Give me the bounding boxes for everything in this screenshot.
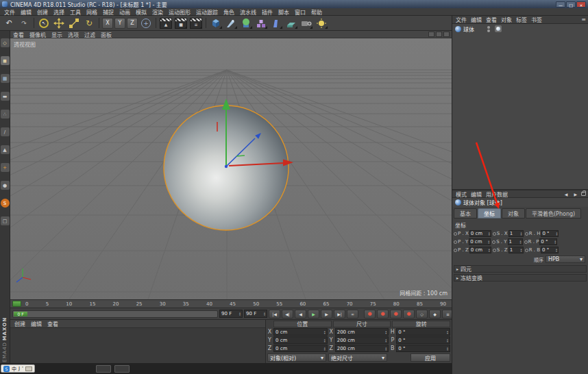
viewport-layout-icon[interactable] <box>428 32 434 37</box>
lock-icon[interactable] <box>581 192 586 196</box>
undo-button[interactable]: ↶ <box>2 17 16 29</box>
menubar-item[interactable]: 选择 <box>51 8 67 16</box>
previous-key-button[interactable]: ◀| <box>282 310 293 319</box>
previous-frame-button[interactable]: ◀ <box>295 310 306 319</box>
om-menu-view[interactable]: 查看 <box>484 16 499 23</box>
position-y-field[interactable]: 0 cm▴▾ <box>273 336 328 344</box>
ime-mode-toggle[interactable]: J <box>19 366 20 371</box>
power-slider[interactable]: 0 F <box>12 310 218 318</box>
lock-workplane-icon[interactable]: □ <box>1 216 10 225</box>
am-forward-icon[interactable]: ▶ <box>572 192 579 197</box>
om-filter-icon[interactable]: ≡ <box>579 16 588 23</box>
keyboard-icon[interactable] <box>25 366 32 371</box>
end-frame-field[interactable]: 90 F ▴▾ <box>219 310 243 318</box>
py-field[interactable]: 0 cm▴▾ <box>469 238 491 245</box>
viewport-menu-panel[interactable]: 面板 <box>98 31 114 38</box>
keyframe-dot[interactable] <box>493 249 496 252</box>
enable-axis-icon[interactable]: + <box>1 163 10 172</box>
edges-mode-icon[interactable]: / <box>1 127 10 136</box>
freeze-transform-section-header[interactable]: ▸ 冻结变换 <box>454 274 587 282</box>
close-button[interactable]: × <box>576 1 586 8</box>
menubar-item[interactable]: 捕捉 <box>100 8 117 16</box>
taskbar-item[interactable] <box>114 365 130 373</box>
rb-field[interactable]: 0 °▴▾ <box>541 247 559 253</box>
am-menu-mode[interactable]: 模式 <box>454 190 469 198</box>
polygons-mode-icon[interactable]: ▲ <box>1 145 10 154</box>
object-manager-list[interactable]: 球体 <box>452 24 588 190</box>
current-frame-field[interactable]: 90 F ▴▾ <box>244 310 267 318</box>
viewport-solo-icon[interactable]: ● <box>1 181 10 190</box>
visibility-toggles[interactable] <box>487 26 490 32</box>
z-axis-lock-button[interactable]: Z <box>127 18 138 29</box>
sz-field[interactable]: 1▴▾ <box>509 247 524 253</box>
points-mode-icon[interactable]: ∴ <box>1 110 10 119</box>
rotation-order-select[interactable]: HPB▾ <box>546 255 585 263</box>
viewport-maximize-icon[interactable] <box>443 32 450 37</box>
goto-start-button[interactable]: |◀ <box>269 310 280 319</box>
live-selection-button[interactable]: ↖ <box>37 17 51 29</box>
am-menu-edit[interactable]: 编辑 <box>469 190 484 198</box>
menubar-item[interactable]: 编辑 <box>18 8 34 16</box>
play-button[interactable]: ▶ <box>308 310 319 319</box>
deformer-button[interactable] <box>269 17 283 29</box>
ime-lang-toggle[interactable]: 中 <box>12 365 16 372</box>
record-keyframe-button[interactable]: ● <box>364 310 376 319</box>
viewport-menu-camera[interactable]: 摄像机 <box>27 31 49 38</box>
sx-field[interactable]: 1▴▾ <box>509 230 524 237</box>
sy-field[interactable]: 1▴▾ <box>508 238 523 245</box>
origin-point[interactable] <box>225 165 228 168</box>
scale-tool-button[interactable] <box>67 17 81 29</box>
material-menu-item[interactable]: 编辑 <box>28 320 45 327</box>
record-scale-button[interactable]: ● <box>403 310 415 319</box>
tab-coordinates[interactable]: 坐标 <box>478 208 501 219</box>
material-menu-item[interactable]: 查看 <box>45 320 61 327</box>
menubar-item[interactable]: 运动跟踪 <box>193 8 221 16</box>
rotate-tool-button[interactable]: ↻ <box>82 17 96 29</box>
material-menu-item[interactable]: 创建 <box>12 320 28 327</box>
menubar-item[interactable]: 角色 <box>221 8 237 16</box>
px-field[interactable]: 0 cm▴▾ <box>469 230 491 237</box>
minimize-button[interactable]: — <box>556 1 565 8</box>
rotation-b-field[interactable]: 0 °▴▾ <box>396 345 450 352</box>
rotation-h-field[interactable]: 0 °▴▾ <box>396 328 450 336</box>
size-z-field[interactable]: 200 cm▴▾ <box>335 345 389 352</box>
position-x-field[interactable]: 0 cm▴▾ <box>273 328 328 336</box>
menubar-item[interactable]: 文件 <box>1 8 18 16</box>
size-y-field[interactable]: 200 cm▴▾ <box>335 336 389 344</box>
perspective-viewport[interactable]: 透视视图 网格间距 : 100 cm <box>10 38 452 299</box>
subdivision-surface-button[interactable] <box>239 17 253 29</box>
spline-pen-button[interactable] <box>224 17 238 29</box>
om-menu-bookmarks[interactable]: 书签 <box>529 16 544 23</box>
menubar-item[interactable]: 动画 <box>117 8 133 16</box>
menubar-item[interactable]: 窗口 <box>292 8 308 16</box>
om-menu-tags[interactable]: 标签 <box>514 16 529 23</box>
menubar-item[interactable]: 流水线 <box>237 8 259 16</box>
keyframe-selection-button[interactable]: ◆ <box>429 310 441 319</box>
quaternion-section-header[interactable]: ▸ 四元 <box>454 265 587 273</box>
tab-object[interactable]: 对象 <box>502 208 525 219</box>
camera-button[interactable] <box>299 17 313 29</box>
keyframe-dot[interactable] <box>525 249 528 252</box>
record-position-button[interactable]: ● <box>390 310 402 319</box>
menubar-item[interactable]: 脚本 <box>275 8 292 16</box>
model-mode-icon[interactable]: ◼ <box>1 56 10 65</box>
size-mode-select[interactable]: 绝对尺寸▾ <box>328 353 387 362</box>
texture-mode-icon[interactable]: ▦ <box>1 74 10 83</box>
am-back-icon[interactable]: ◀ <box>563 192 570 197</box>
move-tool-button[interactable] <box>52 17 66 29</box>
keyframe-dot[interactable] <box>454 232 457 236</box>
ime-logo-icon[interactable]: S <box>3 366 10 372</box>
record-parameter-button[interactable]: ◇ <box>416 310 428 319</box>
keyframe-dot[interactable] <box>492 240 495 244</box>
menubar-item[interactable]: 渲染 <box>149 8 166 16</box>
viewport-switch-icon[interactable] <box>436 32 442 37</box>
object-name[interactable]: 球体 <box>463 25 474 33</box>
render-view-button[interactable]: ▲ <box>159 17 173 29</box>
make-editable-icon[interactable]: ◇ <box>1 38 10 47</box>
spinner-icon[interactable]: ▴▾ <box>264 312 265 316</box>
om-menu-edit[interactable]: 编辑 <box>469 16 484 23</box>
loop-mode-button[interactable]: ∞ <box>347 310 358 319</box>
viewport-menu-view[interactable]: 查看 <box>10 31 27 38</box>
power-slider-thumb[interactable]: 0 F <box>14 312 27 316</box>
render-visibility-dot[interactable] <box>487 29 490 32</box>
